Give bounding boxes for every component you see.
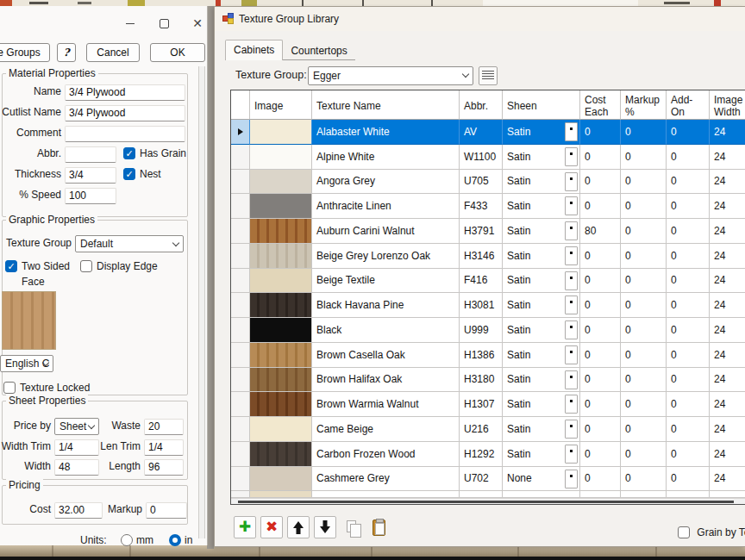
cell-image_width[interactable]: 24 bbox=[710, 392, 745, 417]
cell-cost[interactable]: 0 bbox=[580, 120, 621, 145]
cell-image[interactable] bbox=[250, 343, 312, 368]
paste-button[interactable] bbox=[367, 516, 390, 538]
speed-field[interactable]: 100 bbox=[65, 188, 116, 204]
cell-markup[interactable]: 0 bbox=[621, 269, 667, 294]
cell-cost[interactable]: 0 bbox=[580, 467, 621, 492]
cell-selector[interactable] bbox=[231, 392, 250, 417]
column-header-image_width[interactable]: Image Width bbox=[710, 90, 745, 120]
table-row[interactable]: Came BeigeU216Satin00024 bbox=[231, 417, 745, 442]
help-button[interactable]: ? bbox=[57, 43, 76, 62]
cell-abbr[interactable]: H1292 bbox=[460, 442, 503, 467]
has-grain-checkbox[interactable]: ✓ bbox=[123, 147, 135, 159]
cell-addon[interactable]: 0 bbox=[667, 219, 710, 244]
table-row[interactable]: Angora GreyU705Satin00024 bbox=[231, 170, 745, 195]
cell-sheen[interactable]: None bbox=[503, 467, 580, 492]
cell-selector[interactable] bbox=[231, 467, 250, 492]
table-row[interactable]: Alpine WhiteW1100Satin00024 bbox=[231, 145, 745, 170]
cell-selector[interactable] bbox=[231, 145, 250, 170]
comment-field[interactable] bbox=[65, 126, 185, 142]
cell-image[interactable] bbox=[250, 467, 312, 492]
copy-button[interactable] bbox=[341, 516, 363, 538]
minimize-icon[interactable] bbox=[123, 16, 137, 30]
name-field[interactable]: 3/4 Plywood bbox=[65, 84, 185, 101]
column-header-addon[interactable]: Add- On bbox=[667, 90, 710, 120]
display-edge-checkbox[interactable] bbox=[80, 260, 92, 272]
cell-markup[interactable]: 0 bbox=[621, 244, 667, 269]
cell-sheen[interactable]: Satin bbox=[503, 392, 580, 417]
sheen-dropdown-icon[interactable] bbox=[565, 370, 578, 389]
tab-countertops[interactable]: Countertops bbox=[283, 41, 354, 60]
cell-sheen[interactable]: Satin bbox=[503, 219, 580, 244]
cell-image[interactable] bbox=[250, 244, 312, 269]
cell-name[interactable]: Carbon Frozen Wood bbox=[312, 442, 460, 467]
cell-image_width[interactable]: 24 bbox=[710, 194, 745, 219]
cell-abbr[interactable]: U702 bbox=[460, 467, 503, 492]
horizontal-scrollbar[interactable] bbox=[231, 498, 745, 505]
cell-abbr[interactable]: U705 bbox=[460, 170, 503, 195]
cell-markup[interactable]: 0 bbox=[621, 318, 667, 343]
sheen-dropdown-icon[interactable] bbox=[565, 147, 578, 166]
texture-locked-checkbox[interactable] bbox=[3, 382, 16, 394]
cell-image[interactable] bbox=[250, 318, 312, 343]
cell-sheen[interactable]: Satin bbox=[503, 293, 580, 318]
move-up-button[interactable] bbox=[287, 516, 310, 538]
column-header-selector[interactable] bbox=[231, 90, 250, 120]
sheen-dropdown-icon[interactable] bbox=[565, 345, 578, 364]
cell-markup[interactable]: 0 bbox=[621, 293, 667, 318]
cell-abbr[interactable]: H3081 bbox=[460, 293, 503, 318]
cell-image_width[interactable]: 24 bbox=[710, 318, 745, 343]
cell-markup[interactable]: 0 bbox=[621, 368, 667, 393]
sheen-dropdown-icon[interactable] bbox=[565, 320, 578, 339]
sheen-dropdown-icon[interactable] bbox=[565, 296, 578, 314]
groups-button[interactable]: e Groups bbox=[0, 43, 50, 62]
cell-image_width[interactable]: 24 bbox=[710, 442, 745, 467]
library-titlebar[interactable]: Texture Group Library bbox=[215, 7, 745, 31]
cell-sheen[interactable]: Satin bbox=[503, 417, 580, 442]
markup-field[interactable]: 0 bbox=[146, 502, 187, 519]
cell-selector[interactable] bbox=[231, 343, 250, 368]
cell-name[interactable]: Came Beige bbox=[312, 417, 460, 442]
cell-sheen[interactable]: Satin bbox=[503, 194, 580, 219]
cell-selector[interactable] bbox=[231, 442, 250, 467]
cell-selector[interactable] bbox=[231, 170, 250, 195]
cell-image_width[interactable]: 24 bbox=[710, 368, 745, 393]
cell-markup[interactable]: 0 bbox=[621, 170, 667, 195]
cutlist-name-field[interactable]: 3/4 Plywood bbox=[65, 105, 185, 121]
cell-image[interactable] bbox=[250, 219, 312, 244]
cell-sheen[interactable]: Satin bbox=[503, 244, 580, 269]
column-header-sheen[interactable]: Sheen bbox=[503, 90, 580, 120]
cancel-button[interactable]: Cancel bbox=[86, 43, 140, 62]
cell-selector[interactable] bbox=[231, 219, 250, 244]
cell-addon[interactable]: 0 bbox=[667, 269, 710, 294]
cell-cost[interactable]: 0 bbox=[580, 318, 621, 343]
cell-selector[interactable] bbox=[231, 293, 250, 318]
cell-image_width[interactable]: 24 bbox=[710, 170, 745, 195]
delete-row-button[interactable]: ✖ bbox=[260, 516, 283, 538]
table-row[interactable]: Brown Casella OakH1386Satin00024 bbox=[231, 343, 745, 368]
cell-cost[interactable]: 0 bbox=[580, 293, 621, 318]
cell-cost[interactable]: 0 bbox=[580, 343, 621, 368]
close-icon[interactable]: ✕ bbox=[191, 16, 204, 30]
cell-image_width[interactable]: 24 bbox=[710, 219, 745, 244]
cell-abbr[interactable]: H1307 bbox=[460, 392, 503, 417]
table-row[interactable]: Alabaster WhiteAVSatin00024 bbox=[231, 120, 745, 145]
language-dropdown[interactable]: English C bbox=[0, 355, 53, 372]
cell-selector[interactable] bbox=[231, 120, 250, 145]
cell-cost[interactable]: 0 bbox=[580, 194, 621, 219]
cell-image[interactable] bbox=[250, 170, 312, 195]
table-row[interactable]: Beige Grey Lorenzo OakH3146Satin00024 bbox=[231, 244, 745, 269]
maximize-icon[interactable] bbox=[157, 16, 171, 30]
cell-cost[interactable]: 0 bbox=[580, 417, 621, 442]
cell-name[interactable]: Brown Casella Oak bbox=[312, 343, 460, 368]
cell-abbr[interactable]: W1100 bbox=[460, 145, 503, 170]
cell-markup[interactable]: 0 bbox=[621, 417, 667, 442]
cell-abbr[interactable]: F433 bbox=[460, 194, 503, 219]
cell-name[interactable]: Cashmere Grey bbox=[312, 467, 460, 492]
cell-image_width[interactable]: 24 bbox=[710, 244, 745, 269]
cell-addon[interactable]: 0 bbox=[667, 417, 710, 442]
cell-abbr[interactable]: AV bbox=[460, 120, 503, 145]
cell-abbr[interactable]: F416 bbox=[460, 269, 503, 294]
cell-abbr[interactable]: H3146 bbox=[460, 244, 503, 269]
cell-image[interactable] bbox=[250, 120, 312, 145]
column-header-image[interactable]: Image bbox=[250, 90, 312, 120]
